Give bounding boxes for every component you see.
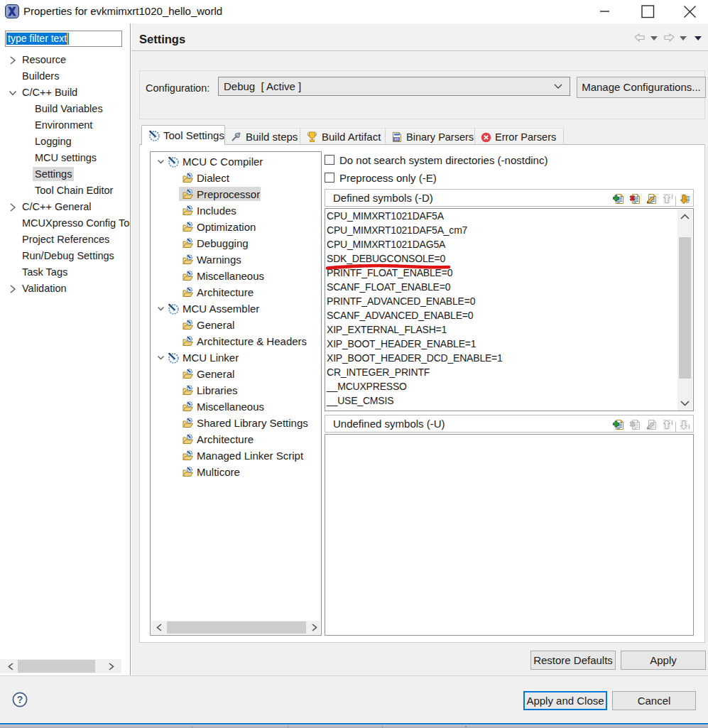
svg-text:010: 010 — [393, 138, 399, 141]
svg-text:?: ? — [17, 694, 23, 705]
